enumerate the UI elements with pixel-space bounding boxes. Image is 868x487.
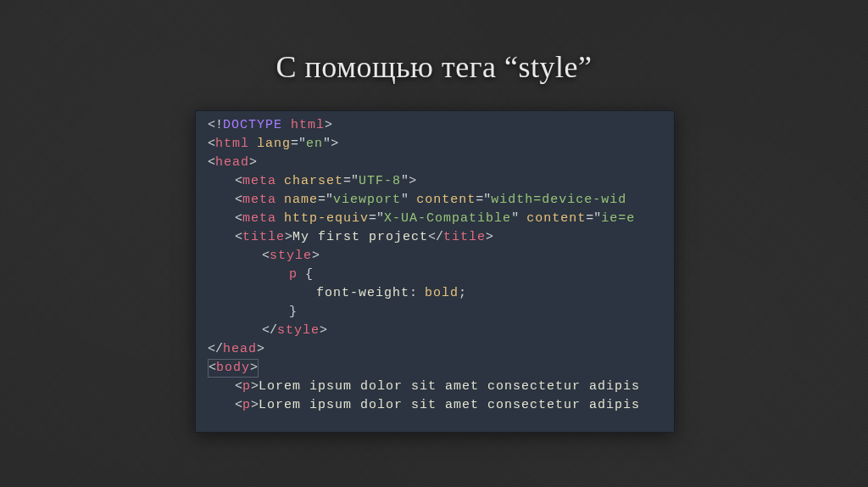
code-line: } <box>208 303 674 322</box>
code-line: <p>Lorem ipsum dolor sit amet consectetu… <box>208 378 674 396</box>
code-line: </style> <box>208 322 674 340</box>
code-line-body: <body> <box>208 359 674 378</box>
code-line: p { <box>208 266 674 284</box>
slide-title: С помощью тега “style” <box>0 0 868 85</box>
code-line: <p>Lorem ipsum dolor sit amet consectetu… <box>208 396 674 415</box>
code-line: <meta name="viewport" content="width=dev… <box>208 191 674 210</box>
code-line: <head> <box>208 154 674 172</box>
code-line: <meta charset="UTF-8"> <box>208 172 674 191</box>
code-line: <meta http-equiv="X-UA-Compatible" conte… <box>208 210 674 228</box>
code-line: <title>My first project</title> <box>208 228 674 247</box>
code-line: <html lang="en"> <box>208 135 674 154</box>
code-line: <!DOCTYPE html> <box>208 116 674 135</box>
code-line: </head> <box>208 340 674 359</box>
code-line: <style> <box>208 247 674 266</box>
code-line: font-weight: bold; <box>208 284 674 303</box>
code-editor: <!DOCTYPE html> <html lang="en"> <head> … <box>195 110 675 433</box>
